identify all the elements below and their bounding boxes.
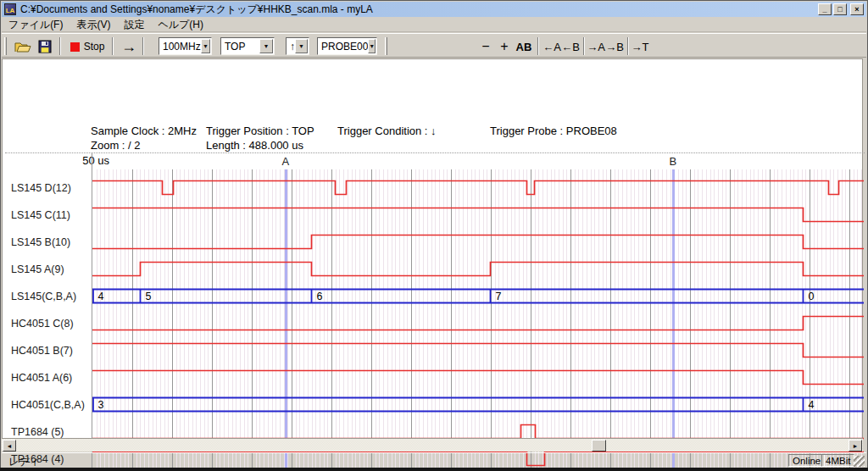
stop-label: Stop [84, 41, 105, 53]
open-folder-icon [14, 41, 31, 53]
minimize-button[interactable]: _ [818, 3, 832, 15]
window-bottom-edge [0, 468, 868, 471]
status-bar: レディ Online 4MBit [2, 452, 866, 468]
waveform-plot[interactable]: 4567034 [92, 169, 864, 471]
channel-label: HC4051 B(7) [11, 344, 73, 357]
channel-label: LS145(C,B,A) [11, 290, 76, 303]
time-scale-label: 50 us [75, 154, 109, 167]
status-memory-badge: 4MBit [821, 454, 854, 467]
chevron-down-icon[interactable]: ▼ [201, 39, 210, 53]
probe-combo[interactable]: PROBE00 ▼ [317, 37, 377, 55]
toolbar-grip[interactable] [4, 37, 7, 55]
scroll-left-icon[interactable]: ◄ [3, 440, 16, 452]
app-icon-text: LA [6, 8, 15, 14]
save-button[interactable] [36, 38, 54, 55]
bus-value: 4 [98, 291, 104, 302]
app-window: LA C:¥Documents and Settings¥noname¥デスクト… [0, 0, 868, 471]
toolbar-separator [583, 37, 585, 55]
goto-a-left-button[interactable]: ←A [542, 38, 561, 55]
channel-label: LS145 B(10) [11, 236, 70, 249]
goto-trigger-button[interactable]: →T [631, 38, 649, 55]
sample-clock-info: Sample Clock : 2MHz [91, 125, 197, 137]
resize-grip[interactable] [854, 456, 865, 467]
channel-label: HC4051(C,B,A) [11, 398, 85, 412]
chevron-down-icon[interactable]: ▼ [259, 39, 273, 53]
horizontal-scrollbar[interactable]: ◄ ► [2, 438, 863, 452]
title-bar[interactable]: LA C:¥Documents and Settings¥noname¥デスクト… [2, 2, 866, 17]
floppy-disk-icon [38, 40, 52, 53]
close-button[interactable]: × [850, 3, 864, 15]
menu-settings[interactable]: 設定 [117, 17, 151, 33]
channel-label: LS145 A(9) [11, 263, 64, 276]
chevron-down-icon[interactable]: ▼ [295, 39, 308, 53]
toolbar-separator [627, 37, 629, 55]
bus-value: 0 [809, 291, 815, 302]
run-button[interactable]: → [118, 38, 140, 55]
trigger-position-combo[interactable]: TOP ▼ [220, 37, 275, 55]
window-title: C:¥Documents and Settings¥noname¥デスクトップ¥… [20, 3, 373, 17]
trigger-edge-value: ↑ [287, 41, 295, 53]
waveform-document: Sample Clock : 2MHz Trigger Position : T… [2, 58, 863, 452]
bus-value: 4 [809, 399, 815, 411]
menu-help[interactable]: ヘルプ(H) [151, 17, 210, 33]
channel-label: HC4051 C(8) [11, 317, 74, 330]
divider [5, 152, 865, 153]
goto-b-left-button[interactable]: ←B [561, 38, 580, 55]
cursor-a-label[interactable]: A [282, 155, 290, 168]
bus-value: 7 [496, 291, 502, 302]
trigger-position-value: TOP [221, 41, 259, 53]
goto-a-right-button[interactable]: →A [587, 38, 605, 55]
scrollbar-thumb[interactable] [592, 440, 606, 452]
status-online-badge: Online [788, 454, 825, 467]
waveform-svg[interactable]: 4567034 [92, 169, 864, 471]
sample-rate-combo[interactable]: 100MHz ▼ [159, 37, 212, 55]
trigger-condition-info: Trigger Condition : ↓ [337, 125, 437, 137]
sample-rate-value: 100MHz [159, 41, 201, 53]
open-button[interactable] [13, 38, 33, 55]
menu-file[interactable]: ファイル(F) [2, 17, 70, 33]
toolbar-separator [537, 37, 539, 55]
menu-bar: ファイル(F) 表示(V) 設定 ヘルプ(H) [2, 18, 866, 32]
toolbar-grip[interactable] [385, 37, 387, 55]
zoom-in-button[interactable]: + [497, 38, 512, 55]
trigger-position-info: Trigger Position : TOP [206, 125, 314, 137]
trigger-probe-info: Trigger Probe : PROBE08 [490, 125, 617, 137]
toolbar-separator [112, 37, 114, 55]
zoom-out-button[interactable]: − [478, 38, 493, 55]
trigger-edge-combo[interactable]: ↑ ▼ [286, 37, 309, 55]
toolbar: Stop → 100MHz ▼ TOP ▼ ↑ ▼ PROBE00 ▼ − + … [2, 33, 866, 58]
zoom-info: Zoom : / 2 [91, 139, 141, 152]
ab-button[interactable]: AB [514, 38, 534, 55]
stop-button[interactable]: Stop [68, 38, 107, 55]
toolbar-separator [59, 37, 61, 55]
maximize-button[interactable]: □ [833, 3, 847, 15]
probe-value: PROBE00 [318, 41, 368, 53]
bus-value: 5 [146, 291, 152, 302]
channel-label: HC4051 A(6) [11, 371, 72, 385]
channel-label: TP1684 (5) [11, 425, 64, 439]
bus-value: 3 [98, 399, 104, 411]
channel-label: LS145 D(12) [11, 181, 71, 195]
cursor-b-label[interactable]: B [670, 155, 677, 168]
scroll-right-icon[interactable]: ► [849, 440, 862, 452]
channel-label: LS145 C(11) [11, 208, 70, 222]
stop-icon [70, 42, 80, 52]
toolbar-separator [142, 37, 144, 55]
bus-value: 6 [317, 291, 323, 302]
menu-view[interactable]: 表示(V) [70, 17, 117, 33]
app-icon: LA [4, 3, 16, 15]
goto-b-right-button[interactable]: →B [605, 38, 624, 55]
length-info: Length : 488.000 us [206, 139, 303, 152]
chevron-down-icon[interactable]: ▼ [368, 39, 376, 53]
